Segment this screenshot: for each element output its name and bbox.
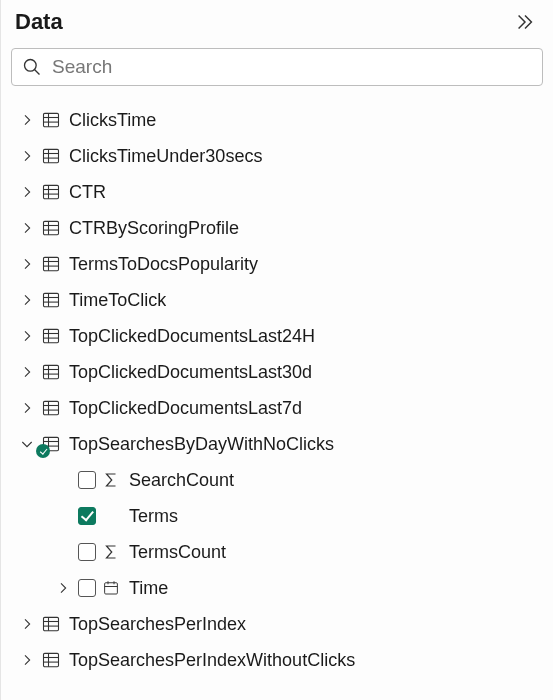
- row-icon-slot: [39, 288, 63, 312]
- chevron-down-icon: [19, 436, 35, 452]
- date-hierarchy-icon: [102, 579, 120, 597]
- svg-point-0: [25, 60, 37, 72]
- expand-toggle[interactable]: [15, 612, 39, 636]
- checkbox-slot[interactable]: [75, 540, 99, 564]
- table-row[interactable]: CTR: [7, 174, 547, 210]
- svg-rect-6: [44, 149, 59, 162]
- sigma-icon: [102, 543, 120, 561]
- chevron-right-icon: [19, 112, 35, 128]
- table-label: TopClickedDocumentsLast30d: [69, 362, 312, 383]
- svg-rect-26: [44, 329, 59, 342]
- row-icon-slot: [39, 252, 63, 276]
- table-label: CTR: [69, 182, 106, 203]
- chevron-right-icon: [55, 580, 71, 596]
- table-row[interactable]: TopSearchesPerIndex: [7, 606, 547, 642]
- expand-toggle[interactable]: [15, 324, 39, 348]
- table-row[interactable]: TopClickedDocumentsLast7d: [7, 390, 547, 426]
- checkbox-checked[interactable]: [78, 507, 96, 525]
- expand-toggle[interactable]: [15, 648, 39, 672]
- svg-rect-10: [44, 185, 59, 198]
- checkbox-unchecked[interactable]: [78, 471, 96, 489]
- expand-toggle[interactable]: [51, 576, 75, 600]
- svg-rect-34: [44, 401, 59, 414]
- table-label: ClicksTime: [69, 110, 156, 131]
- table-row[interactable]: CTRByScoringProfile: [7, 210, 547, 246]
- table-icon: [41, 182, 61, 202]
- table-label: TopClickedDocumentsLast24H: [69, 326, 315, 347]
- chevron-right-icon: [19, 292, 35, 308]
- table-row[interactable]: TopClickedDocumentsLast30d: [7, 354, 547, 390]
- table-row[interactable]: ClicksTime: [7, 102, 547, 138]
- field-type-icon-slot: [99, 468, 123, 492]
- chevron-right-icon: [19, 184, 35, 200]
- data-panel: Data ClicksTimeClicksTimeUnder30secsCTRC…: [0, 0, 553, 700]
- expand-toggle[interactable]: [15, 108, 39, 132]
- expand-toggle[interactable]: [15, 396, 39, 420]
- table-icon: [41, 146, 61, 166]
- table-label: TopSearchesPerIndexWithoutClicks: [69, 650, 355, 671]
- field-row[interactable]: Time: [7, 570, 547, 606]
- table-label: ClicksTimeUnder30secs: [69, 146, 262, 167]
- field-type-icon-slot: [99, 576, 123, 600]
- row-icon-slot: [39, 180, 63, 204]
- expand-toggle[interactable]: [15, 180, 39, 204]
- expand-toggle[interactable]: [15, 144, 39, 168]
- row-icon-slot: [39, 360, 63, 384]
- collapse-panel-button[interactable]: [511, 8, 539, 36]
- field-label: SearchCount: [129, 470, 234, 491]
- fields-tree: ClicksTimeClicksTimeUnder30secsCTRCTRByS…: [1, 98, 553, 688]
- checkbox-slot[interactable]: [75, 576, 99, 600]
- search-box[interactable]: [11, 48, 543, 86]
- field-row[interactable]: TermsCount: [7, 534, 547, 570]
- table-label: TopSearchesByDayWithNoClicks: [69, 434, 334, 455]
- field-row[interactable]: SearchCount: [7, 462, 547, 498]
- row-icon-slot: [39, 108, 63, 132]
- table-label: TermsToDocsPopularity: [69, 254, 258, 275]
- chevron-right-icon: [19, 616, 35, 632]
- table-icon: [41, 218, 61, 238]
- checkbox-unchecked[interactable]: [78, 543, 96, 561]
- table-icon: [41, 398, 61, 418]
- table-row[interactable]: TermsToDocsPopularity: [7, 246, 547, 282]
- table-icon: [41, 362, 61, 382]
- svg-line-1: [35, 70, 40, 75]
- search-icon: [22, 57, 42, 77]
- row-icon-slot: [39, 612, 63, 636]
- table-icon: [41, 254, 61, 274]
- expand-toggle[interactable]: [15, 216, 39, 240]
- row-icon-slot: [39, 396, 63, 420]
- expand-toggle[interactable]: [15, 252, 39, 276]
- checkbox-unchecked[interactable]: [78, 579, 96, 597]
- table-icon: [41, 650, 61, 670]
- svg-rect-30: [44, 365, 59, 378]
- table-row[interactable]: ClicksTimeUnder30secs: [7, 138, 547, 174]
- table-row[interactable]: TopClickedDocumentsLast24H: [7, 318, 547, 354]
- panel-title: Data: [15, 9, 63, 35]
- table-icon: [41, 614, 61, 634]
- row-icon-slot: [39, 144, 63, 168]
- checkbox-slot[interactable]: [75, 504, 99, 528]
- field-type-icon-slot: [99, 540, 123, 564]
- expand-toggle[interactable]: [15, 360, 39, 384]
- chevron-right-icon: [19, 148, 35, 164]
- table-row[interactable]: TopSearchesByDayWithNoClicks: [7, 426, 547, 462]
- chevron-right-icon: [19, 220, 35, 236]
- search-input[interactable]: [50, 55, 532, 79]
- field-type-icon-slot: [99, 504, 123, 528]
- panel-header: Data: [1, 0, 553, 40]
- table-label: CTRByScoringProfile: [69, 218, 239, 239]
- svg-rect-46: [44, 617, 59, 630]
- table-label: TopClickedDocumentsLast7d: [69, 398, 302, 419]
- expand-toggle[interactable]: [15, 288, 39, 312]
- sigma-icon: [102, 471, 120, 489]
- chevron-right-icon: [19, 256, 35, 272]
- row-icon-slot: [39, 216, 63, 240]
- field-row[interactable]: Terms: [7, 498, 547, 534]
- table-row[interactable]: TopSearchesPerIndexWithoutClicks: [7, 642, 547, 678]
- table-icon: [41, 326, 61, 346]
- selected-badge-icon: [36, 444, 50, 458]
- field-label: Time: [129, 578, 168, 599]
- chevron-right-icon: [19, 652, 35, 668]
- checkbox-slot[interactable]: [75, 468, 99, 492]
- table-row[interactable]: TimeToClick: [7, 282, 547, 318]
